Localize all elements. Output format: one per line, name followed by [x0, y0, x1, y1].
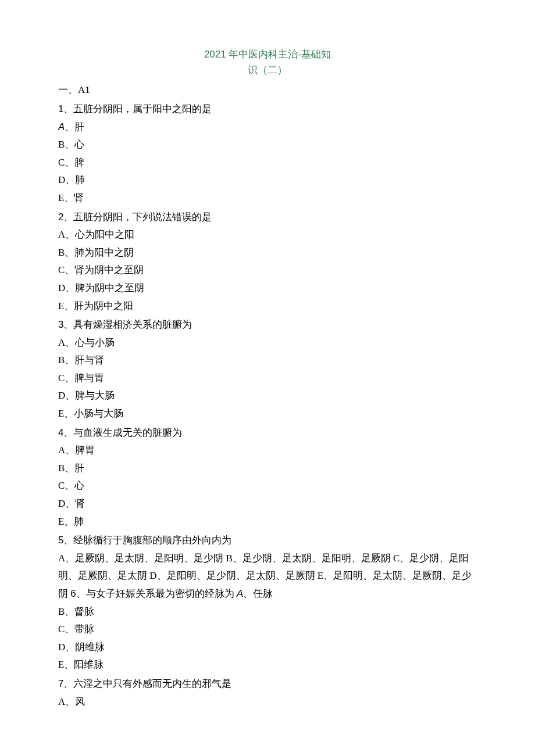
- option-letter: C: [58, 480, 65, 491]
- option-letter: B: [58, 354, 65, 366]
- option-a: A、风: [58, 693, 477, 711]
- option-b: B、肺为阳中之阴: [58, 244, 477, 262]
- option-e: E、小肠与大肠: [58, 405, 477, 423]
- option-letter: D: [58, 642, 65, 653]
- option-a: A、心与小肠: [58, 334, 477, 352]
- option-b: B、肝与肾: [58, 352, 477, 370]
- flow-options-block: A、足厥阴、足太阴、足阳明、足少阴 B、足少阴、足太阴、足阳明、足厥阴 C、足少…: [58, 550, 477, 603]
- question-text: 4、与血液生成无关的脏腑为: [58, 424, 477, 442]
- option-letter: A: [58, 696, 65, 707]
- option-letter: C: [58, 157, 65, 168]
- question-text: 2、五脏分阴阳，下列说法错误的是: [58, 209, 477, 227]
- option-a: A、心为阳中之阳: [58, 226, 477, 244]
- question-5: 5、经脉循行于胸腹部的顺序由外向内为 A、足厥阴、足太阴、足阳明、足少阴 B、足…: [58, 532, 477, 674]
- option-d: D、脾与大肠: [58, 387, 477, 405]
- option-letter: E: [58, 516, 64, 527]
- option-letter: C: [58, 624, 65, 635]
- option-letter: A: [58, 121, 65, 132]
- option-letter: D: [58, 282, 65, 293]
- option-letter: B: [58, 463, 65, 474]
- option-letter: B: [58, 606, 65, 617]
- option-letter: A: [237, 588, 243, 599]
- document-page: 2021 年中医内科主治-基础知 识（二） 一、A1 1、五脏分阴阳，属于阳中之…: [0, 0, 535, 746]
- option-letter: C: [58, 372, 65, 384]
- option-d: D、阴维脉: [58, 639, 477, 657]
- question-1: 1、五脏分阴阳，属于阳中之阳的是 A、肝 B、心 C、脾 D、肺 E、肾: [58, 101, 477, 207]
- question-2: 2、五脏分阴阳，下列说法错误的是 A、心为阳中之阳 B、肺为阳中之阴 C、肾为阴…: [58, 209, 477, 316]
- option-e: E、肺: [58, 513, 477, 531]
- option-a: A、肝: [58, 119, 477, 137]
- option-e: E、肾: [58, 189, 477, 207]
- option-d: D、脾为阴中之至阴: [58, 280, 477, 298]
- option-b: B、督脉: [58, 603, 477, 621]
- option-letter: D: [58, 174, 65, 185]
- question-text: 5、经脉循行于胸腹部的顺序由外向内为: [58, 532, 477, 550]
- option-c: C、带脉: [58, 621, 477, 639]
- option-d: D、肾: [58, 495, 477, 513]
- question-text: 1、五脏分阴阳，属于阳中之阳的是: [58, 101, 477, 119]
- option-letter: A: [58, 337, 65, 348]
- option-letter: D: [58, 390, 65, 401]
- option-letter: D: [58, 498, 65, 509]
- option-letter: E: [58, 408, 64, 419]
- option-c: C、心: [58, 477, 477, 495]
- option-b: B、肝: [58, 460, 477, 478]
- option-letter: E: [58, 192, 64, 203]
- question-number: 6: [70, 588, 76, 599]
- option-letter: E: [58, 659, 64, 670]
- question-text: 7、六淫之中只有外感而无内生的邪气是: [58, 675, 477, 693]
- question-3: 3、具有燥湿相济关系的脏腑为 A、心与小肠 B、肝与肾 C、脾与胃 D、脾与大肠…: [58, 316, 477, 423]
- question-text: 3、具有燥湿相济关系的脏腑为: [58, 316, 477, 334]
- question-4: 4、与血液生成无关的脏腑为 A、脾胃 B、肝 C、心 D、肾 E、肺: [58, 424, 477, 531]
- option-letter: B: [58, 139, 65, 150]
- title-line-1: 2021 年中医内科主治-基础知: [58, 46, 477, 62]
- option-letter: B: [58, 247, 65, 258]
- option-letter: A: [58, 229, 65, 240]
- option-letter: C: [58, 264, 65, 275]
- option-e: E、阳维脉: [58, 656, 477, 674]
- option-c: C、脾与胃: [58, 370, 477, 388]
- option-e: E、肝为阴中之阳: [58, 298, 477, 316]
- option-a: A、脾胃: [58, 442, 477, 460]
- section-label: 一、A1: [58, 81, 477, 99]
- title-line-2: 识（二）: [58, 62, 477, 78]
- option-c: C、脾: [58, 154, 477, 172]
- option-letter: E: [58, 300, 64, 311]
- option-d: D、肺: [58, 171, 477, 189]
- question-7: 7、六淫之中只有外感而无内生的邪气是 A、风: [58, 675, 477, 711]
- option-letter: A: [58, 445, 65, 456]
- option-b: B、心: [58, 136, 477, 154]
- option-c: C、肾为阴中之至阴: [58, 261, 477, 280]
